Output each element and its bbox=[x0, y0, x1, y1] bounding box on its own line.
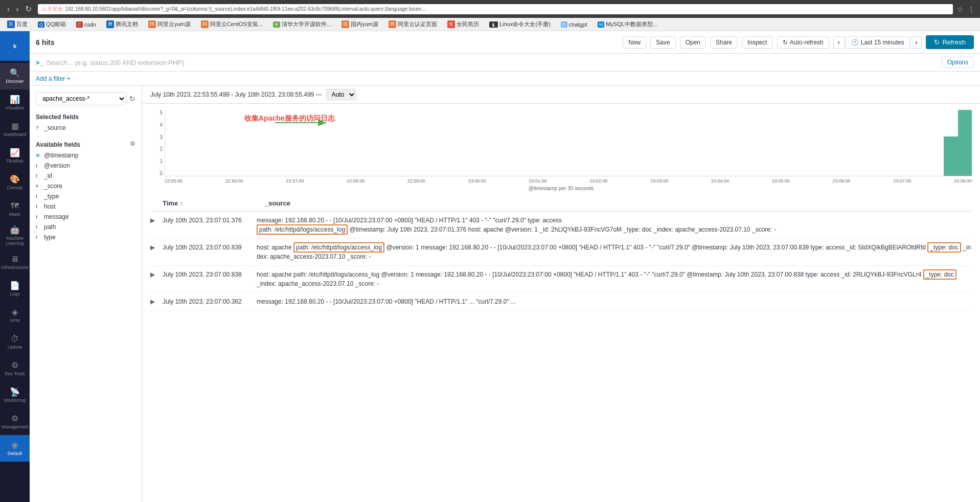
bookmark-aliyun-centos[interactable]: 阿 阿里云CentOS安装... bbox=[199, 19, 265, 29]
interval-select[interactable]: Auto bbox=[326, 89, 356, 100]
sidebar-item-dashboard[interactable]: ▦ Dashboard bbox=[0, 116, 30, 143]
bookmark-csdn[interactable]: C csdn bbox=[74, 20, 98, 29]
prev-time-button[interactable]: ‹ bbox=[833, 36, 845, 49]
sidebar-item-apm[interactable]: ◈ APM bbox=[0, 302, 30, 329]
next-time-button[interactable]: › bbox=[910, 36, 922, 49]
log-rest: @timestamp: July 10th 2023, 23:07:01.376… bbox=[349, 226, 776, 233]
browser-actions: ☆ ⋮ bbox=[957, 5, 975, 13]
menu-icon[interactable]: ⋮ bbox=[968, 5, 975, 13]
new-button[interactable]: New bbox=[623, 36, 646, 49]
chart-bar-tall bbox=[944, 136, 958, 176]
field-item-source[interactable]: ? _source bbox=[30, 123, 142, 133]
log-source: message: 192.168.80.20 - - [10/Jul/2023:… bbox=[257, 216, 972, 234]
field-item-id[interactable]: t _id bbox=[30, 171, 142, 181]
y-label-4: 4 bbox=[159, 122, 163, 128]
bookmark-chatgpt[interactable]: G chatgpt bbox=[559, 20, 589, 29]
bookmark-label: 腾讯文档 bbox=[116, 20, 138, 28]
inspect-button[interactable]: Inspect bbox=[742, 36, 773, 49]
sidebar-item-label: Discover bbox=[6, 79, 24, 84]
expand-button[interactable]: ▶ bbox=[150, 243, 158, 251]
bookmark-icon[interactable]: ☆ bbox=[957, 5, 964, 13]
options-button[interactable]: Options bbox=[942, 57, 974, 68]
resume-icon: 全 bbox=[447, 20, 455, 28]
address-bar[interactable]: ⚠ 不安全 192.168.80.10:5601/app/kibana#/dis… bbox=[38, 4, 953, 14]
timelion-icon: 📈 bbox=[10, 148, 20, 157]
sidebar-item-label: Visualize bbox=[6, 106, 24, 111]
app: k 🔍 Discover 📊 Visualize ▦ Dashboard 📈 T… bbox=[0, 31, 980, 502]
field-type-badge: t bbox=[36, 163, 41, 168]
bookmark-label: QQ邮箱 bbox=[46, 20, 66, 28]
field-item-path[interactable]: t path bbox=[30, 222, 142, 232]
bookmark-resume[interactable]: 全 全民简历 bbox=[445, 19, 481, 29]
save-button[interactable]: Save bbox=[650, 36, 675, 49]
expand-button[interactable]: ▶ bbox=[150, 297, 158, 305]
bookmark-tsinghua[interactable]: ✈ 清华大学开源软件... bbox=[271, 19, 333, 29]
index-refresh-icon[interactable]: ↻ bbox=[129, 95, 135, 103]
bookmark-linux[interactable]: 🐧 Linux命令大全(手册) bbox=[487, 19, 553, 29]
yum-icon: 国 bbox=[341, 20, 349, 28]
sidebar-item-canvas[interactable]: 🎨 Canvas bbox=[0, 169, 30, 196]
back-button[interactable]: ‹ bbox=[5, 4, 12, 15]
sidebar-item-uptime[interactable]: ⏱ Uptime bbox=[0, 329, 30, 355]
bookmark-tencent[interactable]: 腾 腾讯文档 bbox=[104, 19, 140, 29]
kibana-logo[interactable]: k bbox=[0, 31, 30, 61]
log-message-text: message: 192.168.80.20 - - [10/Jul/2023:… bbox=[257, 298, 516, 305]
clock-icon: 🕐 bbox=[851, 39, 859, 46]
refresh-button[interactable]: ↻ Refresh bbox=[926, 35, 974, 49]
sidebar-item-default[interactable]: ◉ Default bbox=[0, 435, 30, 462]
sidebar-item-devtools[interactable]: ⚙ Dev Tools bbox=[0, 355, 30, 382]
field-item-type2[interactable]: t type bbox=[30, 232, 142, 242]
log-message-text: host: apache path: /etc/httpd/logs/acces… bbox=[257, 269, 956, 280]
bookmark-aliyun-yum[interactable]: 阿 阿里云yum源 bbox=[146, 19, 193, 29]
url-text: 192.168.80.10:5601/app/kibana#/discover?… bbox=[65, 6, 949, 12]
logo-text: k bbox=[13, 43, 16, 49]
col-time-header[interactable]: Time ↑ bbox=[163, 199, 265, 207]
baidu-icon: 百 bbox=[7, 20, 15, 28]
add-filter-button[interactable]: Add a filter + bbox=[36, 75, 71, 82]
field-item-score[interactable]: # _score bbox=[30, 181, 142, 191]
expand-button[interactable]: ▶ bbox=[150, 270, 158, 278]
col-source-header: _source bbox=[265, 199, 972, 207]
field-type-badge: ? bbox=[36, 125, 41, 130]
forward-button[interactable]: › bbox=[14, 4, 20, 15]
bookmark-mysql[interactable]: M MySQL中数据类型... bbox=[596, 19, 659, 29]
time-selector-row: July 10th 2023, 22:53:55.499 - July 10th… bbox=[142, 86, 980, 104]
sidebar-item-management[interactable]: ⚙ Management bbox=[0, 408, 30, 435]
time-range-button[interactable]: 🕐 Last 15 minutes bbox=[846, 36, 910, 49]
sidebar-item-monitoring[interactable]: 📡 Monitoring bbox=[0, 382, 30, 408]
bookmark-yum[interactable]: 国 国内yum源 bbox=[339, 19, 380, 29]
bookmark-baidu[interactable]: 百 百度 bbox=[5, 19, 30, 29]
field-item-message[interactable]: t message bbox=[30, 212, 142, 222]
sidebar-item-infrastructure[interactable]: 🖥 Infrastructure bbox=[0, 249, 30, 276]
sidebar-item-visualize[interactable]: 📊 Visualize bbox=[0, 89, 30, 116]
fields-settings-icon[interactable]: ⚙ bbox=[130, 140, 135, 147]
share-button[interactable]: Share bbox=[710, 36, 738, 49]
field-item-host[interactable]: t host bbox=[30, 201, 142, 212]
logs-icon: 📄 bbox=[10, 281, 20, 290]
auto-refresh-button[interactable]: ↻ Auto-refresh bbox=[777, 36, 829, 49]
type-highlight2: _type: doc bbox=[923, 269, 956, 280]
expand-button[interactable]: ▶ bbox=[150, 216, 158, 224]
field-type-badge: t bbox=[36, 214, 41, 219]
sidebar-item-label: Logs bbox=[10, 292, 20, 297]
sidebar-item-discover[interactable]: 🔍 Discover bbox=[0, 63, 30, 89]
chart-bar-tallest bbox=[958, 110, 972, 176]
reload-button[interactable]: ↻ bbox=[23, 3, 34, 15]
field-item-timestamp[interactable]: ⊙ @timestamp bbox=[30, 150, 142, 161]
sidebar-item-timelion[interactable]: 📈 Timelion bbox=[0, 143, 30, 169]
field-item-type[interactable]: t _type bbox=[30, 191, 142, 201]
log-row: ▶ July 10th 2023, 23:07:00.362 message: … bbox=[150, 293, 972, 311]
bookmark-aliyun-cert[interactable]: 阿 阿里云认证页面 bbox=[386, 19, 439, 29]
search-input[interactable] bbox=[47, 59, 938, 66]
monitoring-icon: 📡 bbox=[10, 387, 20, 397]
log-row-header: ▶ July 10th 2023, 23:07:00.362 message: … bbox=[150, 297, 972, 306]
sidebar-item-machine-learning[interactable]: 🤖 Machine Learning bbox=[0, 222, 30, 249]
bookmark-qq[interactable]: Q QQ邮箱 bbox=[36, 19, 68, 29]
field-item-version[interactable]: t @version bbox=[30, 161, 142, 171]
sidebar-item-logs[interactable]: 📄 Logs bbox=[0, 276, 30, 302]
index-dropdown[interactable]: apache_access-* bbox=[36, 92, 126, 105]
chart-subtitle: @timestamp per 30 seconds bbox=[150, 186, 972, 195]
open-button[interactable]: Open bbox=[680, 36, 706, 49]
x-label: 22:55:00 bbox=[165, 178, 183, 184]
sidebar-item-maps[interactable]: 🗺 Maps bbox=[0, 196, 30, 222]
